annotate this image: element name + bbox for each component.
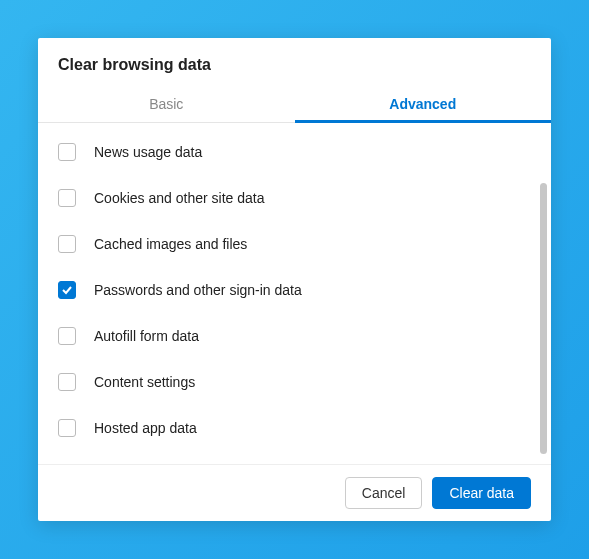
list-item: News usage data bbox=[38, 129, 551, 175]
checkbox-autofill[interactable] bbox=[58, 327, 76, 345]
list-item: Cached images and files bbox=[38, 221, 551, 267]
checkbox-cached-images[interactable] bbox=[58, 235, 76, 253]
clear-data-button[interactable]: Clear data bbox=[432, 477, 531, 509]
options-list-wrap: News usage data Cookies and other site d… bbox=[38, 123, 551, 464]
checkbox-news-usage[interactable] bbox=[58, 143, 76, 161]
tab-basic[interactable]: Basic bbox=[38, 88, 295, 122]
item-label: News usage data bbox=[94, 144, 202, 160]
list-item: Autofill form data bbox=[38, 313, 551, 359]
list-item: Content settings bbox=[38, 359, 551, 405]
list-item: Cookies and other site data bbox=[38, 175, 551, 221]
dialog-title: Clear browsing data bbox=[38, 38, 551, 88]
clear-browsing-data-dialog: Clear browsing data Basic Advanced News … bbox=[38, 38, 551, 521]
item-label: Hosted app data bbox=[94, 420, 197, 436]
tabs: Basic Advanced bbox=[38, 88, 551, 123]
scrollbar[interactable] bbox=[540, 183, 547, 454]
checkbox-content-settings[interactable] bbox=[58, 373, 76, 391]
checkbox-cookies[interactable] bbox=[58, 189, 76, 207]
check-icon bbox=[61, 284, 73, 296]
item-label: Content settings bbox=[94, 374, 195, 390]
item-label: Cookies and other site data bbox=[94, 190, 264, 206]
checkbox-passwords[interactable] bbox=[58, 281, 76, 299]
checkbox-hosted-app[interactable] bbox=[58, 419, 76, 437]
dialog-footer: Cancel Clear data bbox=[38, 464, 551, 521]
item-label: Passwords and other sign-in data bbox=[94, 282, 302, 298]
item-label: Cached images and files bbox=[94, 236, 247, 252]
list-item: Passwords and other sign-in data bbox=[38, 267, 551, 313]
list-item: Hosted app data bbox=[38, 405, 551, 451]
item-label: Autofill form data bbox=[94, 328, 199, 344]
cancel-button[interactable]: Cancel bbox=[345, 477, 423, 509]
tab-advanced[interactable]: Advanced bbox=[295, 88, 552, 122]
options-list: News usage data Cookies and other site d… bbox=[38, 123, 551, 451]
